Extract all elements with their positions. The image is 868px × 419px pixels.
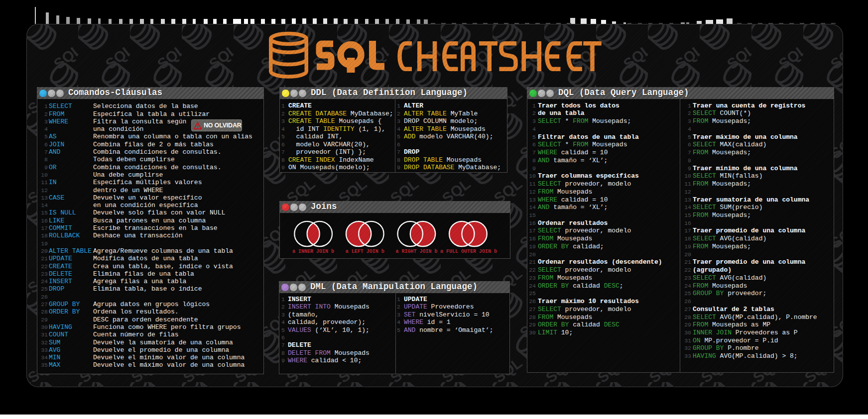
svg-text:a RIGHT JOIN b: a RIGHT JOIN b — [395, 249, 437, 254]
svg-text:a LEFT JOIN b: a LEFT JOIN b — [346, 249, 384, 254]
svg-text:a INNER JOIN b: a INNER JOIN b — [292, 249, 334, 254]
svg-text:a FULL OUTER JOIN b: a FULL OUTER JOIN b — [440, 249, 497, 254]
